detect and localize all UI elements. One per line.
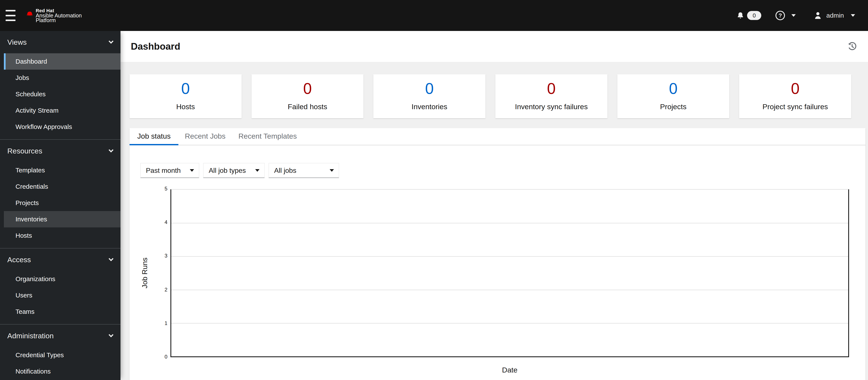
gridline: [171, 323, 848, 323]
masthead-utilities: 0 ? admin: [737, 0, 855, 31]
y-tick: 0: [153, 354, 167, 360]
card-label: Inventory sync failures: [495, 101, 608, 113]
job-select-value: All jobs: [274, 167, 296, 175]
gridline: [171, 223, 848, 223]
sidebar-item-templates[interactable]: Templates: [4, 162, 121, 178]
sidebar-item-organizations[interactable]: Organizations: [4, 271, 121, 287]
help-dropdown-caret-icon[interactable]: [792, 14, 796, 17]
user-dropdown-caret-icon[interactable]: [851, 14, 855, 17]
sidebar-item-notifications[interactable]: Notifications: [4, 363, 121, 380]
nav-section-views: Views Dashboard Jobs Schedules Activity …: [0, 31, 121, 139]
nav-list: Credential Types Notifications: [0, 347, 121, 380]
nav-section-access: Access Organizations Users Teams: [0, 248, 121, 324]
card-label: Inventories: [373, 101, 486, 113]
card-value[interactable]: 0: [495, 78, 608, 99]
sidebar-nav: Views Dashboard Jobs Schedules Activity …: [0, 31, 121, 380]
sidebar-item-credentials[interactable]: Credentials: [4, 178, 121, 195]
card-value[interactable]: 0: [617, 78, 730, 99]
y-tick: 1: [153, 320, 167, 326]
chevron-down-icon: [108, 39, 114, 44]
card-projects[interactable]: 0 Projects: [617, 74, 730, 118]
sidebar-item-hosts[interactable]: Hosts: [4, 228, 121, 244]
hamburger-bar: [6, 15, 16, 16]
nav-list: Organizations Users Teams: [0, 271, 121, 320]
tab-recent-templates[interactable]: Recent Templates: [232, 128, 303, 145]
card-label: Project sync failures: [739, 101, 851, 113]
card-project-sync-failures[interactable]: 0 Project sync failures: [739, 74, 851, 118]
chevron-down-icon: [108, 256, 114, 262]
tab-recent-jobs[interactable]: Recent Jobs: [178, 128, 232, 145]
sidebar-item-teams[interactable]: Teams: [4, 304, 121, 320]
nav-list: Dashboard Jobs Schedules Activity Stream…: [0, 53, 121, 135]
nav-toggle-button[interactable]: [6, 10, 16, 21]
nav-section-resources-header[interactable]: Resources: [0, 145, 121, 157]
app-window: Red Hat Ansible Automation Platform 0 ? …: [0, 0, 868, 380]
card-inventories[interactable]: 0 Inventories: [373, 74, 486, 118]
notifications-bell-icon[interactable]: [737, 11, 744, 19]
card-value[interactable]: 0: [739, 78, 851, 99]
sidebar-item-inventories[interactable]: Inventories: [4, 211, 121, 228]
job-type-select[interactable]: All job types: [203, 163, 265, 178]
nav-section-resources: Resources Templates Credentials Projects…: [0, 139, 121, 248]
chart-y-axis-ticks: 5 4 3 2 1 0: [153, 189, 167, 357]
card-value[interactable]: 0: [373, 78, 486, 99]
help-icon[interactable]: ?: [775, 11, 785, 20]
select-caret-icon: [330, 169, 334, 172]
tab-job-status[interactable]: Job status: [129, 128, 178, 145]
nav-section-label: Resources: [7, 147, 42, 155]
hamburger-bar: [6, 20, 16, 21]
page-title: Dashboard: [131, 41, 180, 52]
card-failed-hosts[interactable]: 0 Failed hosts: [251, 74, 364, 118]
sidebar-item-schedules[interactable]: Schedules: [4, 86, 121, 102]
masthead: Red Hat Ansible Automation Platform 0 ? …: [0, 0, 868, 31]
nav-section-label: Views: [7, 38, 27, 46]
brand-line3: Platform: [36, 18, 82, 23]
chart-y-axis-label: Job Runs: [141, 257, 149, 288]
y-tick: 5: [153, 186, 167, 192]
job-select[interactable]: All jobs: [269, 163, 339, 178]
nav-section-administration-header[interactable]: Administration: [0, 330, 121, 342]
tabs-bar: Job status Recent Jobs Recent Templates: [129, 128, 865, 145]
brand-logo: Red Hat Ansible Automation Platform: [26, 8, 82, 23]
sidebar-item-activity-stream[interactable]: Activity Stream: [4, 102, 121, 118]
chevron-down-icon: [108, 333, 114, 338]
sidebar-item-users[interactable]: Users: [4, 287, 121, 304]
hamburger-bar: [6, 10, 16, 11]
y-tick: 4: [153, 219, 167, 225]
nav-list: Templates Credentials Projects Inventori…: [0, 162, 121, 244]
history-icon[interactable]: [847, 42, 857, 51]
nav-section-label: Administration: [7, 332, 54, 340]
redhat-fedora-icon: [26, 11, 34, 17]
period-select-value: Past month: [146, 167, 181, 175]
summary-cards-row: 0 Hosts 0 Failed hosts 0 Inventories 0 I…: [129, 74, 851, 118]
y-tick: 2: [153, 287, 167, 293]
nav-section-label: Access: [7, 255, 31, 264]
nav-section-views-header[interactable]: Views: [0, 36, 121, 48]
sidebar-item-credential-types[interactable]: Credential Types: [4, 347, 121, 363]
sidebar-item-jobs[interactable]: Jobs: [4, 70, 121, 86]
nav-section-administration: Administration Credential Types Notifica…: [0, 324, 121, 380]
card-value[interactable]: 0: [129, 78, 242, 99]
card-inventory-sync-failures[interactable]: 0 Inventory sync failures: [495, 74, 608, 118]
page-header: Dashboard: [121, 31, 868, 62]
job-type-select-value: All job types: [209, 167, 246, 175]
chevron-down-icon: [108, 148, 114, 152]
job-status-panel: Job status Recent Jobs Recent Templates …: [129, 128, 865, 380]
select-caret-icon: [190, 169, 194, 172]
sidebar-item-projects[interactable]: Projects: [4, 195, 121, 211]
nav-section-access-header[interactable]: Access: [0, 254, 121, 266]
sidebar-item-dashboard[interactable]: Dashboard: [4, 53, 121, 70]
card-label: Projects: [617, 101, 730, 113]
sidebar-item-workflow-approvals[interactable]: Workflow Approvals: [4, 118, 121, 135]
notification-count-badge[interactable]: 0: [747, 11, 761, 20]
period-select[interactable]: Past month: [140, 163, 199, 178]
user-avatar-icon: [814, 11, 822, 19]
card-value[interactable]: 0: [251, 78, 364, 99]
card-label: Hosts: [129, 101, 242, 113]
gridline: [171, 256, 848, 256]
select-caret-icon: [255, 169, 259, 172]
card-hosts[interactable]: 0 Hosts: [129, 74, 242, 118]
brand-text: Red Hat Ansible Automation Platform: [36, 8, 82, 23]
job-runs-chart-plot-area: [170, 189, 849, 357]
gridline: [171, 290, 848, 290]
